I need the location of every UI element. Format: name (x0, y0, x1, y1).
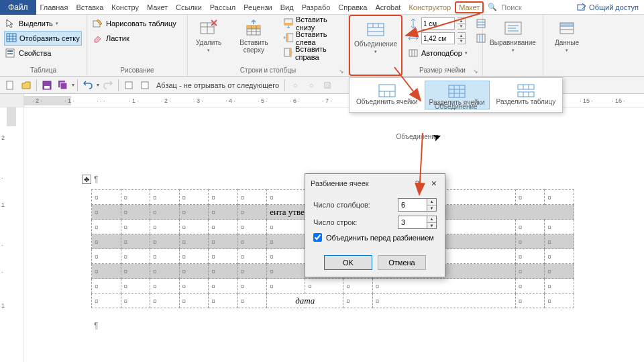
data-button[interactable]: Данные ▾ (551, 16, 583, 56)
rows-input[interactable] (398, 216, 427, 229)
width-spinner[interactable]: ▲▼ (458, 32, 466, 44)
menu-insert[interactable]: Вставка (72, 1, 107, 13)
dialog-launcher-icon[interactable]: ↘ (339, 68, 344, 75)
qat-separator (118, 79, 119, 91)
dialog-titlebar[interactable]: Разбиение ячеек ? × (305, 174, 445, 193)
svg-rect-49 (7, 81, 13, 89)
size-group-label: Размер ячейки↘ (407, 65, 478, 76)
eraser-button[interactable]: Ластик (91, 31, 178, 46)
eraser-icon (93, 33, 103, 44)
menu-acrobat[interactable]: Acrobat (371, 1, 405, 13)
qat-open[interactable] (19, 78, 34, 93)
insert-top-button[interactable]: Вставить сверху (228, 16, 280, 56)
cols-label: Число столбцов: (313, 201, 398, 209)
rows-spinner[interactable]: ▲▼ (427, 216, 437, 229)
menu-table-design[interactable]: Конструктор (405, 1, 455, 13)
row-height-control[interactable]: 1 см ▲▼ (407, 16, 469, 31)
share-label: Общий доступ (589, 3, 639, 11)
cols-spinner[interactable]: ▲▼ (427, 198, 437, 212)
search-icon: 🔍 (488, 3, 497, 11)
save-icon (42, 81, 52, 90)
properties-button[interactable]: Свойства (4, 46, 82, 60)
svg-rect-16 (247, 26, 260, 29)
menu-home[interactable]: Главная (36, 1, 72, 13)
insert-right-label: Вставить справа (295, 45, 343, 61)
svg-rect-27 (368, 24, 384, 36)
vertical-ruler[interactable]: 2 · 1 · · 1 (0, 107, 24, 362)
menu-design[interactable]: Констру (107, 1, 143, 13)
rows-label: Число строк: (313, 218, 398, 226)
merge-icon (366, 20, 385, 39)
insert-bottom-button[interactable]: Вставить снизу (282, 16, 344, 31)
split-cells-icon (447, 84, 466, 99)
svg-rect-7 (7, 50, 13, 52)
col-width-control[interactable]: 1,42 см ▲▼ (407, 31, 469, 46)
svg-rect-51 (44, 86, 50, 89)
cols-input[interactable] (398, 198, 427, 212)
menu-table-layout[interactable]: Макет (455, 1, 484, 13)
draw-table-button[interactable]: Нарисовать таблицу (91, 16, 178, 31)
date-text: дата (295, 296, 315, 306)
qat-box1[interactable]: 0 (320, 78, 335, 93)
delete-button[interactable]: Удалить ▾ (192, 16, 225, 56)
qat-new[interactable] (3, 78, 17, 93)
menu-help[interactable]: Справка (334, 1, 371, 13)
menu-developer[interactable]: Разрабо (298, 1, 335, 13)
qat-checkbox1[interactable] (121, 78, 136, 93)
pencil-table-icon (93, 18, 103, 29)
insert-right-button[interactable]: Вставить справа (282, 46, 344, 60)
qat-save[interactable] (40, 78, 54, 93)
width-value[interactable]: 1,42 см (421, 32, 455, 44)
svg-rect-26 (289, 48, 291, 56)
svg-rect-8 (7, 53, 13, 54)
qat-circle2[interactable]: ○ (304, 78, 319, 93)
ruler-corner (0, 94, 24, 107)
select-label: Выделить (19, 19, 53, 28)
dialog-help-button[interactable]: ? (415, 179, 419, 187)
show-grid-button[interactable]: Отобразить сетку (4, 31, 82, 46)
table-group-label: Таблица (4, 65, 83, 76)
autofit-button[interactable]: Автоподбор ▾ (407, 46, 469, 60)
qat-redo[interactable] (101, 78, 115, 93)
align-button[interactable]: Выравнивание ▾ (486, 16, 540, 56)
rowcol-group-label: Строки и столбцы↘ (192, 65, 344, 76)
menu-references[interactable]: Ссылки (172, 1, 206, 13)
menu-layout[interactable]: Макет (143, 1, 172, 13)
insert-left-button[interactable]: Вставить слева (282, 31, 344, 46)
share-icon (577, 3, 586, 12)
insert-left-label: Вставить слева (296, 30, 343, 46)
menu-view[interactable]: Вид (276, 1, 298, 13)
height-spinner[interactable]: ▲▼ (458, 17, 466, 30)
align-label: Выравнивание (490, 39, 536, 46)
dialog-close-button[interactable]: × (429, 178, 439, 189)
merge-group-label (354, 64, 397, 75)
pilcrow-icon: ¶ (94, 321, 98, 330)
data-label: Данные (555, 39, 579, 46)
saveall-icon (58, 81, 68, 90)
menu-review[interactable]: Рецензи (239, 1, 276, 13)
ok-button[interactable]: OK (324, 255, 372, 270)
table-move-handle[interactable]: ✥ (82, 175, 91, 184)
qat-checkbox2[interactable] (138, 78, 152, 93)
merge-before-checkbox[interactable] (313, 233, 322, 242)
svg-rect-32 (409, 50, 417, 56)
cancel-button[interactable]: Отмена (378, 255, 426, 270)
show-grid-label: Отобразить сетку (19, 34, 80, 42)
qat-undo[interactable] (80, 78, 95, 93)
svg-rect-54 (125, 82, 132, 89)
table-row[interactable]: ¤¤¤¤¤¤¤¤¤¤¤¤ (92, 279, 574, 293)
menu-mailings[interactable]: Рассыл (206, 1, 239, 13)
select-button[interactable]: Выделить ▾ (4, 16, 82, 31)
table-row[interactable]: ¤¤¤¤¤¤дата¤¤¤¤ (92, 293, 574, 308)
share-button[interactable]: Общий доступ (572, 1, 644, 14)
ribbon-group-draw: Нарисовать таблицу Ластик Рисование (87, 15, 188, 76)
menu-file[interactable]: Файл (0, 0, 36, 15)
dialog-launcher-icon[interactable]: ↘ (473, 68, 478, 75)
merge-popup-group-label: Объединение (349, 133, 486, 140)
qat-saveall[interactable] (56, 78, 70, 93)
height-value[interactable]: 1 см (421, 17, 455, 30)
qat-circle1[interactable]: ○ (288, 78, 303, 93)
svg-rect-1 (7, 34, 16, 42)
menu-search[interactable]: Поиск (497, 1, 525, 13)
merge-dropdown-button[interactable]: Объединение ▾ (350, 17, 401, 57)
